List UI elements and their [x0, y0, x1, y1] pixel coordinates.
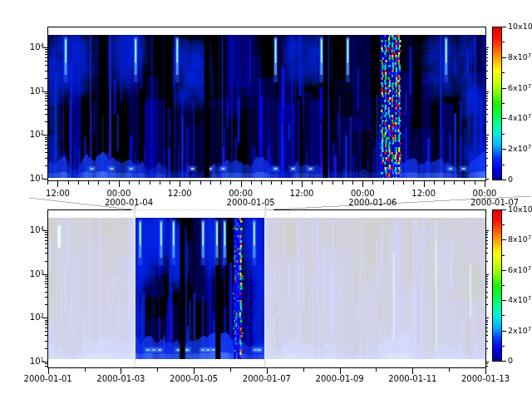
x-date-label: 2000-01-06	[348, 198, 397, 207]
y-tick-label: 102	[30, 313, 44, 322]
detail-spectrogram-canvas[interactable]	[48, 35, 485, 178]
colorbar-tick-label: 4x107	[508, 295, 531, 304]
colorbar-tick-label: 4x107	[508, 113, 531, 122]
context-colorbar[interactable]	[492, 209, 502, 362]
x-date-label: 2000-01-04	[105, 198, 153, 207]
x-tick-label: 12:00	[168, 189, 192, 198]
colorbar-tick-label: 2x107	[508, 326, 531, 335]
x-tick-label: 00:00	[351, 189, 375, 198]
colorbar-tick-label: 8x107	[508, 52, 531, 62]
context-spectrogram-canvas[interactable]	[48, 218, 485, 359]
y-tick-label: 102	[30, 130, 44, 139]
y-tick-label: 101	[30, 174, 44, 183]
x-tick-label: 2000-01-09	[316, 374, 364, 383]
x-tick-label: 2000-01-07	[243, 374, 291, 383]
plot-page: 12:0000:002000-01-0412:0000:002000-01-05…	[0, 0, 532, 399]
y-tick-label: 103	[30, 269, 44, 278]
detail-colorbar[interactable]	[492, 27, 502, 180]
colorbar-tick-label: 6x107	[508, 265, 531, 274]
colorbar-tick-label: 6x107	[508, 83, 531, 92]
x-tick-label: 00:00	[106, 189, 131, 198]
colorbar-tick-label: 10x107	[508, 22, 532, 31]
x-tick-label: 12:00	[46, 189, 70, 198]
colorbar-tick-label: 0	[508, 356, 513, 365]
y-tick-label: 101	[30, 357, 44, 366]
y-tick-label: 103	[30, 86, 44, 96]
colorbar-tick-label: 10x107	[508, 204, 532, 214]
x-tick-label: 2000-01-13	[461, 374, 510, 383]
x-tick-label: 00:00	[473, 189, 497, 198]
x-tick-label: 00:00	[229, 189, 253, 198]
colorbar-tick-label: 0	[508, 175, 513, 184]
colorbar-tick-label: 8x107	[508, 234, 531, 244]
x-tick-label: 2000-01-11	[388, 374, 436, 383]
selection-box[interactable]	[135, 209, 266, 367]
x-tick-label: 12:00	[411, 189, 436, 198]
y-tick-label: 104	[30, 225, 44, 234]
x-tick-label: 2000-01-03	[96, 374, 145, 383]
x-tick-label: 2000-01-05	[170, 374, 218, 383]
colorbar-tick-label: 2x107	[508, 144, 531, 153]
x-tick-label: 2000-01-01	[24, 374, 72, 383]
x-date-label: 2000-01-05	[227, 198, 275, 207]
x-tick-label: 12:00	[290, 189, 314, 198]
x-date-label: 2000-01-07	[470, 198, 519, 207]
y-tick-label: 104	[30, 42, 44, 52]
